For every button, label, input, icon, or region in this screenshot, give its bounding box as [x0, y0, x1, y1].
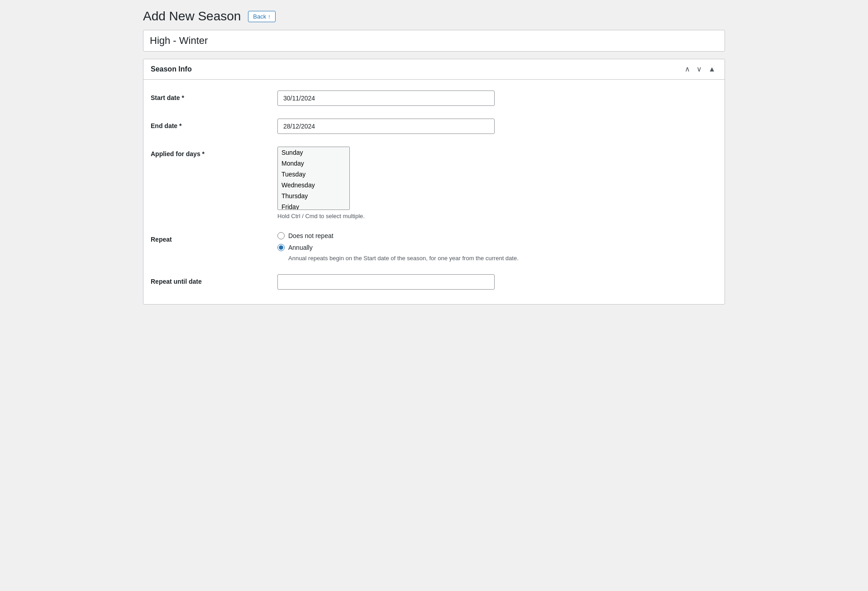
- repeat-none-option[interactable]: Does not repeat: [277, 232, 717, 239]
- repeat-radio-group: Does not repeat Annually: [277, 232, 717, 251]
- end-date-control: [277, 119, 717, 134]
- repeat-until-control: [277, 274, 717, 290]
- repeat-label: Repeat: [151, 232, 277, 243]
- season-name-input[interactable]: [143, 30, 725, 52]
- page-title: Add New Season: [143, 9, 241, 24]
- end-date-input[interactable]: [277, 119, 495, 134]
- applied-days-label: Applied for days *: [151, 147, 277, 157]
- applied-days-control: Sunday Monday Tuesday Wednesday Thursday…: [277, 147, 717, 219]
- collapse-button[interactable]: ▲: [706, 65, 717, 74]
- start-date-control: [277, 91, 717, 106]
- applied-days-required: *: [202, 150, 205, 157]
- start-date-required: *: [181, 94, 184, 101]
- day-option-sunday[interactable]: Sunday: [278, 147, 349, 158]
- repeat-annually-option[interactable]: Annually: [277, 244, 717, 251]
- card-title: Season Info: [151, 65, 192, 73]
- back-button[interactable]: Back ↑: [248, 11, 276, 22]
- day-option-wednesday[interactable]: Wednesday: [278, 180, 349, 191]
- repeat-until-label: Repeat until date: [151, 274, 277, 285]
- start-date-label: Start date *: [151, 91, 277, 101]
- applied-days-row: Applied for days * Sunday Monday Tuesday…: [151, 147, 717, 219]
- collapse-up-button[interactable]: ∧: [683, 65, 692, 74]
- card-body: Start date * End date *: [143, 80, 725, 304]
- day-option-tuesday[interactable]: Tuesday: [278, 169, 349, 180]
- repeat-until-input[interactable]: [277, 274, 495, 290]
- repeat-control: Does not repeat Annually Annual repeats …: [277, 232, 717, 262]
- card-header: Season Info ∧ ∨ ▲: [143, 59, 725, 80]
- applied-days-helper: Hold Ctrl / Cmd to select multiple.: [277, 213, 717, 219]
- page-header: Add New Season Back ↑: [143, 9, 725, 24]
- repeat-until-row: Repeat until date: [151, 274, 717, 290]
- repeat-none-label: Does not repeat: [288, 232, 334, 239]
- end-date-row: End date *: [151, 119, 717, 134]
- season-info-card: Season Info ∧ ∨ ▲ Start date *: [143, 59, 725, 305]
- repeat-none-radio[interactable]: [277, 232, 285, 239]
- day-option-friday[interactable]: Friday: [278, 201, 349, 210]
- card-header-actions: ∧ ∨ ▲: [683, 65, 717, 74]
- repeat-annually-radio[interactable]: [277, 244, 285, 251]
- day-option-thursday[interactable]: Thursday: [278, 191, 349, 201]
- start-date-row: Start date *: [151, 91, 717, 106]
- applied-days-select[interactable]: Sunday Monday Tuesday Wednesday Thursday…: [277, 147, 350, 210]
- annually-hint: Annual repeats begin on the Start date o…: [288, 255, 717, 262]
- repeat-row: Repeat Does not repeat Annually Annual r: [151, 232, 717, 262]
- end-date-required: *: [179, 122, 181, 129]
- collapse-down-button[interactable]: ∨: [695, 65, 704, 74]
- day-option-monday[interactable]: Monday: [278, 158, 349, 169]
- repeat-annually-label: Annually: [288, 244, 313, 251]
- start-date-input[interactable]: [277, 91, 495, 106]
- end-date-label: End date *: [151, 119, 277, 129]
